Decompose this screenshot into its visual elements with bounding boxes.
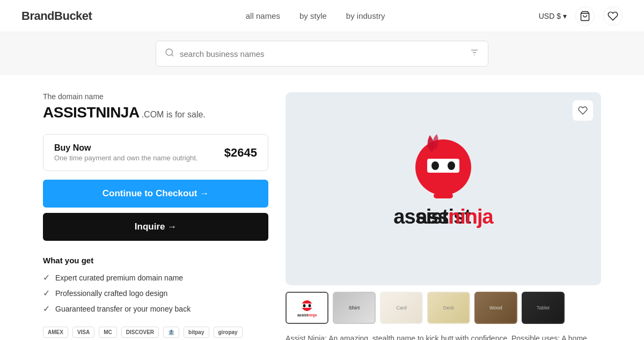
navbar: BrandBucket all names by style by indust… (0, 0, 644, 32)
filter-icon[interactable] (470, 48, 479, 60)
payment-visa: VISA (72, 327, 94, 338)
payment-amex: AMEX (43, 327, 68, 338)
feature-item-0: ✓ Expert curated premium domain name (43, 272, 268, 283)
assistninja-logo-svg: assist assistninja (352, 130, 535, 248)
left-panel: The domain name ASSISTNINJA .COM is for … (43, 92, 268, 340)
price-display: $2645 (224, 146, 257, 160)
check-icon-0: ✓ (43, 272, 50, 283)
thumbnail-0[interactable]: assistninja (286, 292, 328, 324)
domain-tld: .COM is for sale. (142, 110, 206, 120)
thumbnail-2[interactable]: Card (380, 292, 423, 324)
thumbnail-5[interactable]: Tablet (522, 292, 565, 324)
inquire-button[interactable]: Inquire → (43, 213, 268, 241)
search-section (0, 32, 644, 75)
cart-icon (580, 11, 590, 21)
currency-selector[interactable]: USD $ ▾ (539, 12, 567, 20)
nav-all-names[interactable]: all names (246, 11, 280, 20)
right-panel: assist assistninja assistninja (286, 92, 601, 340)
payment-giropay: giropay (214, 327, 243, 338)
cart-button[interactable] (575, 6, 595, 26)
payment-bitpay: bitpay (184, 327, 209, 338)
thumbnail-4[interactable]: Wood (474, 292, 517, 324)
nav-links: all names by style by industry (246, 11, 385, 20)
thumbnail-1[interactable]: Shirt (333, 292, 376, 324)
favorite-button[interactable] (572, 100, 594, 121)
feature-list: ✓ Expert curated premium domain name ✓ P… (43, 272, 268, 314)
payment-discover: DISCOVER (121, 327, 159, 338)
nav-by-style[interactable]: by style (299, 11, 327, 20)
feature-text-0: Expert curated premium domain name (55, 274, 183, 282)
domain-name: ASSISTNINJA (43, 104, 140, 121)
payment-bank: 🏦 (163, 327, 179, 338)
brand-description: Assist Ninja: An amazing, stealth name t… (286, 332, 601, 340)
feature-item-2: ✓ Guaranteed transfer or your money back (43, 304, 268, 314)
buy-box: Buy Now One time payment and own the nam… (43, 134, 268, 171)
svg-point-15 (303, 304, 306, 307)
feature-item-1: ✓ Professionally crafted logo design (43, 288, 268, 298)
svg-point-16 (309, 304, 311, 307)
feature-text-1: Professionally crafted logo design (55, 289, 167, 298)
nav-by-industry[interactable]: by industry (346, 11, 385, 20)
main-content: The domain name ASSISTNINJA .COM is for … (0, 75, 644, 340)
search-bar (156, 41, 488, 66)
thumbnail-strip: assistninja Shirt Card Desk Wood (286, 292, 601, 324)
navbar-right: USD $ ▾ (539, 6, 623, 26)
svg-text:assistninja: assistninja (393, 205, 494, 228)
what-you-get-title: What you get (43, 256, 268, 265)
svg-point-9 (448, 161, 455, 170)
domain-name-row: ASSISTNINJA .COM is for sale. (43, 104, 268, 121)
search-input[interactable] (180, 49, 464, 58)
feature-text-2: Guaranteed transfer or your money back (55, 305, 191, 313)
domain-label: The domain name (43, 92, 268, 101)
brand-logo-display: assist assistninja (352, 130, 535, 248)
payment-mc: MC (99, 327, 117, 338)
buy-now-desc: One time payment and own the name outrig… (54, 154, 197, 162)
checkout-button[interactable]: Continue to Checkout → (43, 180, 268, 208)
what-you-get-section: What you get ✓ Expert curated premium do… (43, 256, 268, 314)
heart-icon (578, 106, 588, 115)
svg-rect-10 (434, 193, 453, 198)
favorites-button[interactable] (603, 6, 623, 26)
svg-line-2 (171, 54, 173, 56)
brand-logo[interactable]: BrandBucket (21, 9, 92, 23)
heart-icon (608, 11, 618, 21)
svg-point-8 (431, 161, 439, 170)
payment-methods: AMEX VISA MC DISCOVER 🏦 bitpay giropay A… (43, 327, 268, 340)
check-icon-1: ✓ (43, 288, 50, 298)
check-icon-2: ✓ (43, 304, 50, 314)
search-icon (165, 48, 174, 60)
buy-box-info: Buy Now One time payment and own the nam… (54, 143, 197, 162)
buy-now-label: Buy Now (54, 143, 197, 153)
svg-point-1 (166, 49, 172, 55)
thumbnail-3[interactable]: Desk (427, 292, 470, 324)
logo-preview: assist assistninja (286, 92, 601, 285)
svg-text:assistninja: assistninja (297, 313, 317, 317)
